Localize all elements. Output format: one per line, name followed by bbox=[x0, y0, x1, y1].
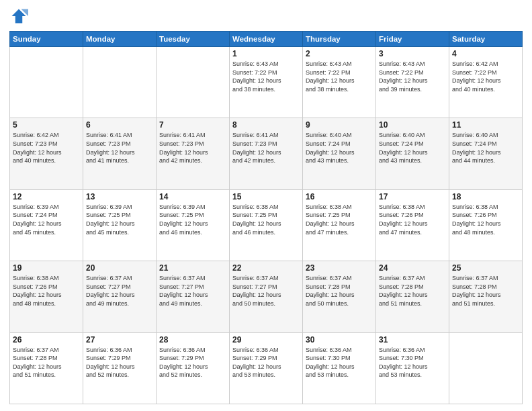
weekday-header-wednesday: Wednesday bbox=[230, 32, 303, 47]
day-info: Sunrise: 6:36 AM Sunset: 7:30 PM Dayligh… bbox=[306, 346, 373, 379]
day-info: Sunrise: 6:36 AM Sunset: 7:29 PM Dayligh… bbox=[86, 346, 153, 379]
day-info: Sunrise: 6:36 AM Sunset: 7:30 PM Dayligh… bbox=[379, 346, 446, 379]
day-info: Sunrise: 6:40 AM Sunset: 7:24 PM Dayligh… bbox=[379, 131, 446, 165]
day-number: 8 bbox=[232, 120, 300, 130]
week-row-4: 19Sunrise: 6:38 AM Sunset: 7:26 PM Dayli… bbox=[10, 261, 523, 332]
calendar-cell bbox=[157, 47, 230, 118]
day-info: Sunrise: 6:38 AM Sunset: 7:26 PM Dayligh… bbox=[13, 274, 80, 308]
day-info: Sunrise: 6:37 AM Sunset: 7:27 PM Dayligh… bbox=[159, 274, 226, 308]
calendar-cell: 16Sunrise: 6:38 AM Sunset: 7:25 PM Dayli… bbox=[303, 189, 376, 261]
week-row-5: 26Sunrise: 6:37 AM Sunset: 7:28 PM Dayli… bbox=[10, 332, 523, 404]
day-number: 28 bbox=[159, 335, 226, 345]
day-info: Sunrise: 6:36 AM Sunset: 7:29 PM Dayligh… bbox=[159, 346, 226, 379]
calendar-cell: 6Sunrise: 6:41 AM Sunset: 7:23 PM Daylig… bbox=[83, 118, 157, 189]
day-number: 11 bbox=[452, 120, 519, 130]
calendar-cell: 29Sunrise: 6:36 AM Sunset: 7:29 PM Dayli… bbox=[230, 332, 303, 404]
day-info: Sunrise: 6:37 AM Sunset: 7:28 PM Dayligh… bbox=[452, 274, 519, 308]
weekday-header-friday: Friday bbox=[376, 32, 449, 47]
day-number: 9 bbox=[306, 120, 373, 130]
weekday-header-thursday: Thursday bbox=[303, 32, 376, 47]
calendar-cell bbox=[83, 47, 157, 118]
calendar-cell: 2Sunrise: 6:43 AM Sunset: 7:22 PM Daylig… bbox=[303, 47, 376, 118]
calendar-cell: 30Sunrise: 6:36 AM Sunset: 7:30 PM Dayli… bbox=[303, 332, 376, 404]
day-info: Sunrise: 6:39 AM Sunset: 7:25 PM Dayligh… bbox=[86, 203, 153, 236]
calendar-cell: 8Sunrise: 6:41 AM Sunset: 7:23 PM Daylig… bbox=[230, 118, 303, 189]
day-info: Sunrise: 6:38 AM Sunset: 7:25 PM Dayligh… bbox=[306, 203, 373, 236]
calendar-cell: 3Sunrise: 6:43 AM Sunset: 7:22 PM Daylig… bbox=[376, 47, 449, 118]
header bbox=[9, 7, 523, 26]
calendar-cell: 12Sunrise: 6:39 AM Sunset: 7:24 PM Dayli… bbox=[10, 189, 83, 261]
calendar-cell: 17Sunrise: 6:38 AM Sunset: 7:26 PM Dayli… bbox=[376, 189, 449, 261]
day-number: 18 bbox=[452, 192, 519, 201]
calendar-cell: 24Sunrise: 6:37 AM Sunset: 7:28 PM Dayli… bbox=[376, 261, 449, 332]
day-number: 26 bbox=[13, 335, 80, 345]
calendar-cell: 4Sunrise: 6:42 AM Sunset: 7:22 PM Daylig… bbox=[449, 47, 523, 118]
day-number: 12 bbox=[13, 192, 80, 201]
day-info: Sunrise: 6:40 AM Sunset: 7:24 PM Dayligh… bbox=[306, 131, 373, 165]
day-info: Sunrise: 6:43 AM Sunset: 7:22 PM Dayligh… bbox=[306, 60, 373, 93]
weekday-header-tuesday: Tuesday bbox=[157, 32, 230, 47]
day-info: Sunrise: 6:39 AM Sunset: 7:25 PM Dayligh… bbox=[159, 203, 226, 236]
day-info: Sunrise: 6:41 AM Sunset: 7:23 PM Dayligh… bbox=[232, 131, 300, 165]
calendar-cell: 7Sunrise: 6:41 AM Sunset: 7:23 PM Daylig… bbox=[157, 118, 230, 189]
day-number: 29 bbox=[232, 335, 300, 345]
calendar-cell: 9Sunrise: 6:40 AM Sunset: 7:24 PM Daylig… bbox=[303, 118, 376, 189]
day-number: 24 bbox=[379, 263, 446, 273]
day-info: Sunrise: 6:42 AM Sunset: 7:23 PM Dayligh… bbox=[13, 131, 80, 165]
day-number: 3 bbox=[379, 49, 446, 58]
day-number: 23 bbox=[306, 263, 373, 273]
calendar-cell: 31Sunrise: 6:36 AM Sunset: 7:30 PM Dayli… bbox=[376, 332, 449, 404]
calendar-cell: 11Sunrise: 6:40 AM Sunset: 7:24 PM Dayli… bbox=[449, 118, 523, 189]
day-info: Sunrise: 6:39 AM Sunset: 7:24 PM Dayligh… bbox=[13, 203, 80, 236]
day-number: 2 bbox=[306, 49, 373, 58]
weekday-header-monday: Monday bbox=[83, 32, 157, 47]
day-number: 14 bbox=[159, 192, 226, 201]
calendar-cell: 25Sunrise: 6:37 AM Sunset: 7:28 PM Dayli… bbox=[449, 261, 523, 332]
week-row-2: 5Sunrise: 6:42 AM Sunset: 7:23 PM Daylig… bbox=[10, 118, 523, 189]
day-number: 22 bbox=[232, 263, 300, 273]
day-number: 5 bbox=[13, 120, 80, 130]
day-number: 25 bbox=[452, 263, 519, 273]
day-number: 7 bbox=[159, 120, 226, 130]
day-info: Sunrise: 6:43 AM Sunset: 7:22 PM Dayligh… bbox=[232, 60, 300, 93]
day-number: 17 bbox=[379, 192, 446, 201]
day-info: Sunrise: 6:43 AM Sunset: 7:22 PM Dayligh… bbox=[379, 60, 446, 93]
day-info: Sunrise: 6:37 AM Sunset: 7:28 PM Dayligh… bbox=[379, 274, 446, 308]
week-row-3: 12Sunrise: 6:39 AM Sunset: 7:24 PM Dayli… bbox=[10, 189, 523, 261]
day-number: 10 bbox=[379, 120, 446, 130]
calendar-cell: 21Sunrise: 6:37 AM Sunset: 7:27 PM Dayli… bbox=[157, 261, 230, 332]
calendar-cell: 14Sunrise: 6:39 AM Sunset: 7:25 PM Dayli… bbox=[157, 189, 230, 261]
day-number: 27 bbox=[86, 335, 153, 345]
calendar-cell bbox=[10, 47, 83, 118]
day-number: 30 bbox=[306, 335, 373, 345]
day-number: 6 bbox=[86, 120, 153, 130]
calendar-cell: 1Sunrise: 6:43 AM Sunset: 7:22 PM Daylig… bbox=[230, 47, 303, 118]
day-info: Sunrise: 6:37 AM Sunset: 7:28 PM Dayligh… bbox=[306, 274, 373, 308]
day-number: 19 bbox=[13, 263, 80, 273]
weekday-header-sunday: Sunday bbox=[10, 32, 83, 47]
day-number: 4 bbox=[452, 49, 519, 58]
calendar-cell: 22Sunrise: 6:37 AM Sunset: 7:27 PM Dayli… bbox=[230, 261, 303, 332]
page: SundayMondayTuesdayWednesdayThursdayFrid… bbox=[0, 0, 532, 411]
day-info: Sunrise: 6:42 AM Sunset: 7:22 PM Dayligh… bbox=[452, 60, 519, 93]
calendar-table: SundayMondayTuesdayWednesdayThursdayFrid… bbox=[9, 31, 523, 404]
calendar-cell bbox=[449, 332, 523, 404]
calendar-cell: 26Sunrise: 6:37 AM Sunset: 7:28 PM Dayli… bbox=[10, 332, 83, 404]
day-info: Sunrise: 6:40 AM Sunset: 7:24 PM Dayligh… bbox=[452, 131, 519, 165]
calendar-cell: 18Sunrise: 6:38 AM Sunset: 7:26 PM Dayli… bbox=[449, 189, 523, 261]
weekday-header-row: SundayMondayTuesdayWednesdayThursdayFrid… bbox=[10, 32, 523, 47]
day-info: Sunrise: 6:37 AM Sunset: 7:28 PM Dayligh… bbox=[13, 346, 80, 379]
day-info: Sunrise: 6:38 AM Sunset: 7:25 PM Dayligh… bbox=[232, 203, 300, 236]
day-info: Sunrise: 6:38 AM Sunset: 7:26 PM Dayligh… bbox=[379, 203, 446, 236]
calendar-cell: 27Sunrise: 6:36 AM Sunset: 7:29 PM Dayli… bbox=[83, 332, 157, 404]
weekday-header-saturday: Saturday bbox=[449, 32, 523, 47]
day-info: Sunrise: 6:41 AM Sunset: 7:23 PM Dayligh… bbox=[159, 131, 226, 165]
calendar-cell: 20Sunrise: 6:37 AM Sunset: 7:27 PM Dayli… bbox=[83, 261, 157, 332]
day-number: 31 bbox=[379, 335, 446, 345]
day-number: 1 bbox=[232, 49, 300, 58]
calendar-cell: 19Sunrise: 6:38 AM Sunset: 7:26 PM Dayli… bbox=[10, 261, 83, 332]
logo-icon bbox=[9, 7, 28, 26]
day-info: Sunrise: 6:38 AM Sunset: 7:26 PM Dayligh… bbox=[452, 203, 519, 236]
day-number: 13 bbox=[86, 192, 153, 201]
week-row-1: 1Sunrise: 6:43 AM Sunset: 7:22 PM Daylig… bbox=[10, 47, 523, 118]
